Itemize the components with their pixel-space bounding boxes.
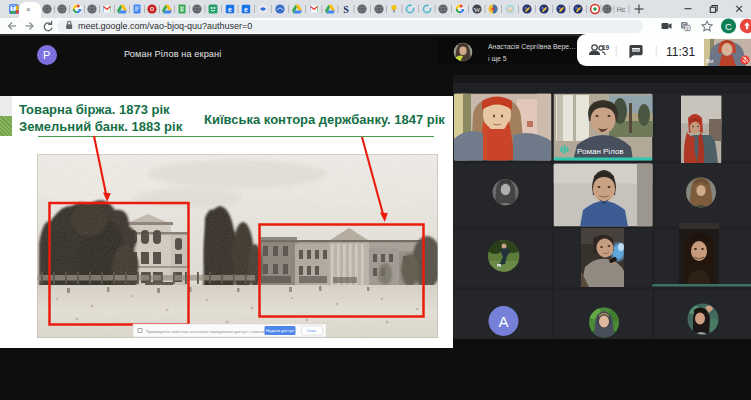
svg-text:Скас.: Скас. xyxy=(307,328,317,333)
svg-text:Приміщення-пам'ятка associatio: Приміщення-пам'ятка associatio передбаче… xyxy=(146,329,267,334)
svg-text:A: A xyxy=(498,313,508,330)
svg-text:C: C xyxy=(725,21,732,32)
svg-text:Роман Рілов: Роман Рілов xyxy=(577,147,624,156)
svg-text:Надати доступ: Надати доступ xyxy=(266,328,294,333)
svg-text:Ви: Ви xyxy=(706,58,713,64)
svg-text:文: 文 xyxy=(685,26,690,31)
